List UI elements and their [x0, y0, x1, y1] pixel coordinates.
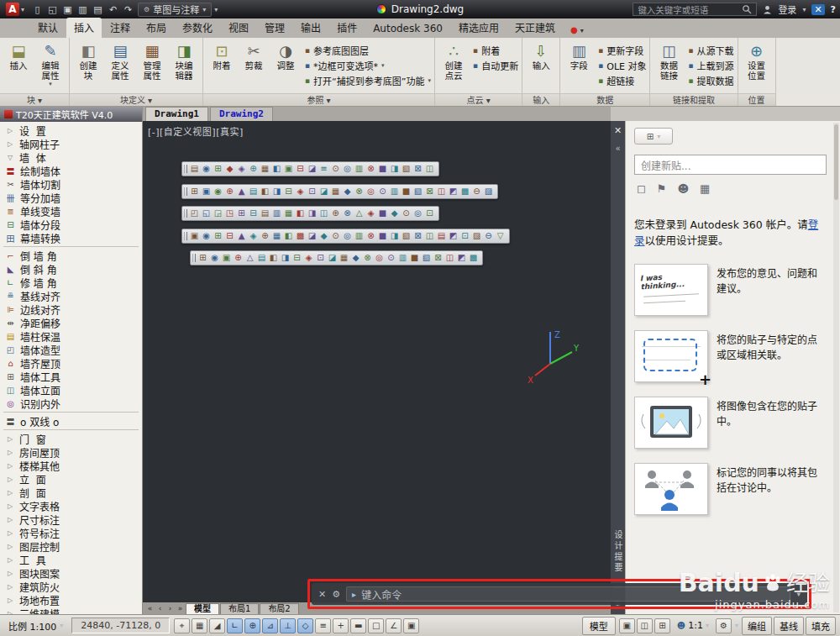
ribbon-item-更新字段[interactable]: ▪更新字段 [598, 44, 646, 57]
toolbar-button[interactable]: ▦ [330, 186, 341, 197]
ribbon-item-打开“捕捉到参考底图”功能[interactable]: ▪打开“捕捉到参考底图”功能▾ [305, 74, 431, 87]
toolbar-button[interactable]: ◪ [318, 186, 329, 197]
toolbar-button[interactable]: ⊗ [365, 163, 376, 175]
toolbar-button[interactable]: ◪ [327, 252, 338, 264]
scale-button[interactable]: 比例 1:100 ▾ [4, 618, 67, 634]
tag-colleague-icon[interactable]: ☻ [677, 182, 689, 195]
toolbar-button[interactable]: ▥ [271, 208, 282, 219]
toolbar-button[interactable]: ⊙ [377, 186, 388, 197]
toolbar-button[interactable]: ◉ [213, 186, 223, 197]
sidebar-item-楼梯其他[interactable]: ▷楼梯其他 [0, 459, 142, 472]
toolbar-button[interactable]: ▩ [468, 252, 479, 264]
toolbar-button[interactable]: ◉ [209, 252, 220, 264]
ribbon-button-创建点云[interactable]: ∴创建点云 [438, 39, 469, 81]
toolbar-button[interactable]: ◨ [307, 208, 318, 219]
status-toggle[interactable]: ⊥ [280, 618, 296, 633]
toolbar-button[interactable]: ▨ [471, 230, 482, 242]
panel-scrollbar[interactable] [833, 123, 839, 612]
toolbar-button[interactable]: ⊞ [213, 163, 223, 175]
layout-nav-icon[interactable]: ‹ [155, 604, 165, 612]
toolbar-button[interactable]: ▦ [339, 252, 349, 264]
toolbar-button[interactable]: ▣ [283, 163, 294, 175]
toolbar-button[interactable]: ◫ [424, 230, 435, 242]
panel-title-块定义[interactable]: 块定义 ▾ [70, 93, 202, 106]
toolbar-button[interactable]: ◈ [236, 163, 247, 175]
toolbar-button[interactable]: ◫ [318, 208, 329, 219]
toolbar-button[interactable]: ◧ [283, 230, 294, 242]
toolbar-button[interactable]: ■ [401, 186, 412, 197]
ribbon-tab-视图[interactable]: 视图 [221, 18, 256, 38]
toolbar-button[interactable]: ◱ [201, 208, 212, 219]
sidebar-item-立面[interactable]: ▷立 面 [0, 472, 142, 486]
close-command-icon[interactable]: ✕ [318, 589, 326, 600]
ribbon-tab-输出[interactable]: 输出 [293, 18, 328, 38]
toolbar-button[interactable]: ▦ [271, 230, 282, 242]
toolbar-button[interactable]: ▧ [412, 186, 423, 197]
feed-options-button[interactable]: ⊞ ▾ [634, 128, 673, 145]
signin-caret-icon[interactable]: ▾ [802, 6, 806, 13]
status-toggle[interactable]: ⌖ [174, 618, 190, 633]
sidebar-item-图层控制[interactable]: ▷图层控制 [0, 539, 142, 553]
sidebar-item-墙体立面[interactable]: ◫墙体立面 [0, 383, 142, 397]
toolbar-button[interactable]: ⊙ [330, 163, 341, 175]
toolbar-button[interactable]: ▲ [236, 186, 247, 197]
toolbar-button[interactable]: ◨ [389, 163, 400, 175]
toolbar-button[interactable]: ◆ [350, 252, 361, 264]
toolbar-button[interactable]: ■ [409, 252, 420, 264]
toolbar-button[interactable]: ◲ [213, 208, 223, 219]
layout-tab-布局1[interactable]: 布局1 [220, 603, 259, 614]
layout-tab-模型[interactable]: 模型 [186, 603, 219, 614]
sidebar-item-墙体[interactable]: ▽墙 体 [0, 150, 142, 164]
screencast-record-icon[interactable]: ● [564, 23, 580, 38]
toolbar-button[interactable]: ⊕ [233, 252, 244, 264]
toolbar-button[interactable]: ◧ [271, 163, 282, 175]
sidebar-item-墙柱保温[interactable]: ▤墙柱保温 [0, 329, 142, 343]
panel-title-数据[interactable]: 数据 [560, 93, 649, 106]
plot-button[interactable]: ▤ [91, 2, 105, 17]
panel-title-点云[interactable]: 点云 ▾ [435, 93, 522, 106]
toolbar-button[interactable]: ⊕ [224, 186, 235, 197]
attach-pin-icon[interactable]: ⚑ [657, 182, 667, 195]
toolbar-grip-handle[interactable] [184, 187, 187, 196]
toolbar-button[interactable]: ⊕ [260, 230, 270, 242]
toolbar-button[interactable]: ■ [377, 163, 388, 175]
toolbar-button[interactable]: ◫ [444, 252, 455, 264]
toolbar-grip-handle[interactable] [184, 232, 187, 240]
toolbar-button[interactable]: ⊗ [354, 186, 365, 197]
toolbar-button[interactable]: ◆ [389, 208, 400, 219]
signin-button[interactable]: 登录 [778, 3, 796, 16]
toolbar-button[interactable]: ⊡ [424, 208, 435, 219]
toolbar-button[interactable]: ◎ [412, 208, 423, 219]
sidebar-item-墙齐屋顶[interactable]: ⌂墙齐屋顶 [0, 356, 142, 370]
toolbar-button[interactable]: ▨ [483, 186, 494, 197]
toolbar-button[interactable]: ⊞ [236, 208, 247, 219]
panel-title-块[interactable]: 块 ▾ [0, 93, 69, 106]
redo-button[interactable]: ↷ [121, 2, 135, 17]
status-settings-button[interactable]: ⚙ [716, 618, 732, 633]
new-post-input[interactable]: 创建新贴... [634, 155, 827, 175]
toolbar-button[interactable]: ⊠ [433, 252, 444, 264]
toolbar-button[interactable]: ≡ [318, 163, 329, 175]
ribbon-tab-插入[interactable]: 插入 [66, 18, 102, 38]
toolbar-button[interactable]: ⊙ [386, 252, 396, 264]
sidebar-item-修墙角[interactable]: ∟修 墙 角 [0, 276, 142, 289]
toolbar-button[interactable]: ◎ [374, 252, 385, 264]
toolbar-button[interactable]: ◩ [456, 252, 467, 264]
toolbar-button[interactable]: ▧ [401, 163, 412, 175]
toolbar-button[interactable]: ▣ [201, 186, 212, 197]
toolbar-button[interactable]: ⊠ [412, 163, 423, 175]
toolbar-button[interactable]: ◈ [365, 208, 376, 219]
ribbon-item-OLE 对象[interactable]: ▪OLE 对象 [598, 59, 646, 72]
sidebar-item-单线变墙[interactable]: ≣单线变墙 [0, 204, 142, 218]
ribbon-button-输入[interactable]: ⇩输入 [526, 39, 556, 71]
sidebar-item-倒斜角[interactable]: ◣倒 斜 角 [0, 262, 142, 276]
sidebar-item-剖面[interactable]: ▷剖 面 [0, 486, 142, 499]
sidebar-item-基线对齐[interactable]: ≞基线对齐 [0, 289, 142, 302]
toolbar-button[interactable]: ⊗ [342, 208, 353, 219]
sidebar-item-轴网柱子[interactable]: ▷轴网柱子 [0, 137, 142, 150]
toolbar-button[interactable]: ◩ [448, 230, 459, 242]
status-toggle-基线[interactable]: 基线 [774, 617, 804, 635]
ribbon-button-剪裁[interactable]: ✂剪裁 [239, 39, 269, 71]
toolbar-button[interactable]: ⊞ [213, 230, 223, 242]
undo-button[interactable]: ↶ [106, 2, 120, 17]
